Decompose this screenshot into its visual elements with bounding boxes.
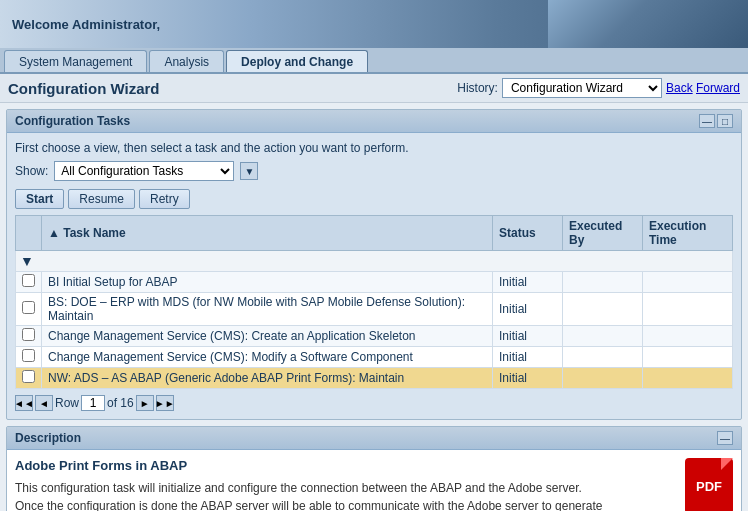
task-table: ▲ Task Name Status Executed By Execution… [15,215,733,389]
page-prev-btn[interactable]: ◄ [35,395,53,411]
row-5-checkbox[interactable] [22,370,35,383]
start-button[interactable]: Start [15,189,64,209]
desc-panel-minimize-btn[interactable]: — [717,431,733,445]
pagination: ◄◄ ◄ Row of 16 ► ►► [15,395,733,411]
page-input[interactable] [81,395,105,411]
instructions-text: First choose a view, then select a task … [15,141,733,155]
row-2-status: Initial [493,293,563,326]
page-title-bar: Configuration Wizard History: Configurat… [0,74,748,103]
show-row: Show: All Configuration Tasks ▼ [15,161,733,181]
row-5-task[interactable]: NW: ADS – AS ABAP (Generic Adobe ABAP Pr… [42,368,493,389]
row-1-checkbox[interactable] [22,274,35,287]
page-first-btn[interactable]: ◄◄ [15,395,33,411]
row-3-status: Initial [493,326,563,347]
resume-button[interactable]: Resume [68,189,135,209]
table-row: Change Management Service (CMS): Modify … [16,347,733,368]
of-label: of 16 [107,396,134,410]
forward-link[interactable]: Forward [696,81,740,95]
row-2-task[interactable]: BS: DOE – ERP with MDS (for NW Mobile wi… [42,293,493,326]
desc-body: Adobe Print Forms in ABAP This configura… [7,450,741,511]
back-link[interactable]: Back [666,81,693,95]
row-1-exec [563,272,643,293]
row-2-exec [563,293,643,326]
row-5-exec [563,368,643,389]
col-header-check [16,216,42,251]
row-3-exec [563,326,643,347]
panel-controls: — □ [699,114,733,128]
sort-icon: ▲ [48,226,60,240]
config-tasks-panel: Configuration Tasks — □ First choose a v… [6,109,742,420]
tab-system-management[interactable]: System Management [4,50,147,72]
description-panel: Description — Adobe Print Forms in ABAP … [6,426,742,511]
row-3-task[interactable]: Change Management Service (CMS): Create … [42,326,493,347]
filter-icon[interactable]: ▼ [20,253,34,269]
header-title: Welcome Administrator, [12,17,160,32]
pdf-icon [685,458,733,511]
row-3-time [643,326,733,347]
table-row: NW: ADS – AS ABAP (Generic Adobe ABAP Pr… [16,368,733,389]
page-title: Configuration Wizard [8,80,160,97]
config-tasks-panel-body: First choose a view, then select a task … [7,133,741,419]
header: Welcome Administrator, [0,0,748,48]
row-5-time [643,368,733,389]
row-label: Row [55,396,79,410]
row-2-time [643,293,733,326]
col-header-status: Status [493,216,563,251]
row-2-checkbox[interactable] [22,301,35,314]
desc-content: This configuration task will initialize … [15,479,673,511]
col-header-task[interactable]: ▲ Task Name [42,216,493,251]
col-header-execution-time: Execution Time [643,216,733,251]
history-bar: History: Configuration Wizard Back Forwa… [457,78,740,98]
show-select[interactable]: All Configuration Tasks [54,161,234,181]
col-header-executed-by: Executed By [563,216,643,251]
filter-row: ▼ [16,251,733,272]
panel-restore-btn[interactable]: □ [717,114,733,128]
history-select[interactable]: Configuration Wizard [502,78,662,98]
panel-minimize-btn[interactable]: — [699,114,715,128]
row-4-time [643,347,733,368]
table-row: BS: DOE – ERP with MDS (for NW Mobile wi… [16,293,733,326]
desc-panel-header: Description — [7,427,741,450]
row-4-task[interactable]: Change Management Service (CMS): Modify … [42,347,493,368]
row-4-checkbox[interactable] [22,349,35,362]
desc-panel-controls: — [717,431,733,445]
header-image [548,0,748,48]
history-nav: Back Forward [666,81,740,95]
table-row: BI Initial Setup for ABAP Initial [16,272,733,293]
desc-text: Adobe Print Forms in ABAP This configura… [15,458,673,511]
table-row: Change Management Service (CMS): Create … [16,326,733,347]
history-label: History: [457,81,498,95]
tab-deploy-and-change[interactable]: Deploy and Change [226,50,368,72]
desc-panel-title: Description [15,431,81,445]
config-tasks-panel-title: Configuration Tasks [15,114,130,128]
show-label: Show: [15,164,48,178]
page-last-btn[interactable]: ►► [156,395,174,411]
desc-title: Adobe Print Forms in ABAP [15,458,673,473]
pdf-icon-corner [721,458,733,470]
page-next-btn[interactable]: ► [136,395,154,411]
retry-button[interactable]: Retry [139,189,190,209]
row-1-time [643,272,733,293]
tab-analysis[interactable]: Analysis [149,50,224,72]
nav-tabs: System Management Analysis Deploy and Ch… [0,48,748,74]
show-dropdown-btn[interactable]: ▼ [240,162,258,180]
row-5-status: Initial [493,368,563,389]
row-3-checkbox[interactable] [22,328,35,341]
config-tasks-panel-header: Configuration Tasks — □ [7,110,741,133]
row-4-status: Initial [493,347,563,368]
row-1-task[interactable]: BI Initial Setup for ABAP [42,272,493,293]
row-1-status: Initial [493,272,563,293]
action-buttons: Start Resume Retry [15,189,733,209]
row-4-exec [563,347,643,368]
